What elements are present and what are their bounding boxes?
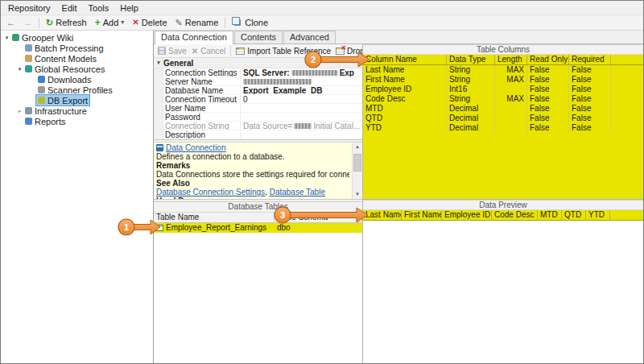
cell-required: False [569, 65, 611, 75]
tree-item[interactable]: Scanner Profiles [1, 85, 153, 95]
help-link-database-table[interactable]: Database Table [270, 188, 325, 196]
save-button[interactable]: Save [155, 45, 189, 57]
back-button[interactable]: ← [2, 16, 19, 30]
refresh-button[interactable]: ↻Refresh [42, 16, 91, 30]
tree-item-label: Grooper Wiki [22, 33, 73, 43]
scroll-thumb[interactable] [353, 154, 361, 172]
tree-item-icon [25, 44, 32, 52]
tree-item-content[interactable]: Reports [23, 116, 68, 126]
tree-item-label: Infrastructure [35, 106, 87, 116]
tree-item-content[interactable]: Scanner Profiles [36, 85, 114, 95]
table-columns-row[interactable]: Employee ID Int16 False False [363, 85, 643, 94]
help-panel: Data Connection Defines a connection to … [154, 142, 362, 200]
tree-item-content[interactable]: DB Export [36, 95, 89, 105]
tree-item[interactable]: Batch Processing [1, 43, 153, 53]
property-value[interactable] [241, 130, 362, 139]
menu-item[interactable]: Edit [56, 1, 83, 15]
table-columns-row[interactable]: YTD Decimal False False [363, 123, 643, 133]
column-header[interactable]: Length [495, 55, 527, 64]
column-header[interactable]: Code Desc [492, 210, 538, 220]
column-header[interactable]: First Name [402, 210, 442, 220]
callout-1: 1 [117, 217, 162, 238]
property-value[interactable]: 0 [241, 95, 362, 103]
property-value[interactable] [241, 77, 362, 85]
cancel-button[interactable]: ✕Cancel [189, 45, 229, 57]
column-header[interactable]: Read Only [527, 55, 569, 64]
help-link-database-connection-settings[interactable]: Database Connection Settings [156, 188, 265, 196]
tree-item[interactable]: DB Export [1, 95, 153, 105]
menu-item[interactable]: Tools [83, 1, 115, 15]
tab[interactable]: Advanced [283, 31, 336, 43]
back-icon: ← [6, 19, 15, 27]
cell-data-type: Decimal [447, 114, 495, 123]
tab[interactable]: Data Connection [155, 31, 233, 44]
tree-item[interactable]: Downloads [1, 74, 153, 85]
scroll-up-icon[interactable] [353, 143, 362, 151]
help-title-link[interactable]: Data Connection [166, 143, 226, 152]
menu-item[interactable]: Repository [2, 1, 56, 15]
cell-read-only: False [527, 85, 569, 94]
collapse-icon[interactable] [154, 60, 163, 66]
property-row[interactable]: Server Name [154, 77, 362, 86]
property-value[interactable] [241, 104, 362, 112]
toolbar-separator [39, 18, 39, 28]
tree-item-content[interactable]: Batch Processing [23, 43, 105, 53]
tree-item-content[interactable]: Global Resources [23, 64, 106, 74]
menu-item[interactable]: Help [114, 1, 144, 15]
tab[interactable]: Contents [234, 31, 283, 43]
property-row[interactable]: Connection Timeout 0 [154, 95, 362, 104]
column-header[interactable]: Column Name [363, 55, 447, 64]
tree-item-content[interactable]: Content Models [23, 53, 98, 64]
forward-button[interactable]: → [19, 16, 36, 30]
table-columns-row[interactable]: MTD Decimal False False [363, 104, 643, 114]
table-columns-row[interactable]: First Name String MAX False False [363, 75, 643, 85]
tree-item-content[interactable]: Grooper Wiki [10, 32, 75, 43]
tree-item-label: Downloads [47, 75, 91, 85]
table-columns-row[interactable]: Last Name String MAX False False [363, 65, 643, 75]
category-label: General [163, 59, 193, 68]
delete-button[interactable]: ✕Delete [128, 16, 171, 30]
tree-item-icon [38, 86, 45, 93]
rename-label: Rename [185, 18, 219, 27]
tree-item-label: Scanner Profiles [47, 85, 113, 95]
cell-length: MAX [495, 94, 527, 104]
column-header[interactable]: Data Type [447, 55, 495, 64]
tree-item[interactable]: Global Resources [1, 64, 153, 74]
redacted-text [291, 70, 338, 76]
scroll-down-icon[interactable] [353, 190, 362, 199]
help-scrollbar[interactable] [352, 143, 362, 199]
property-row[interactable]: Connection String Data Source=Initial Ca… [154, 122, 362, 130]
property-row[interactable]: Database Name Export_Example_DB [154, 86, 362, 95]
column-header[interactable]: Table Name [154, 213, 275, 222]
cell-read-only: False [527, 94, 569, 104]
rename-button[interactable]: ✎Rename [171, 16, 223, 30]
tree-item[interactable]: Content Models [1, 53, 153, 64]
column-header[interactable]: MTD [538, 210, 562, 220]
property-row[interactable]: User Name [154, 104, 362, 113]
property-value[interactable] [241, 113, 362, 121]
add-button[interactable]: +Add▾ [91, 16, 129, 30]
tree-item[interactable]: Infrastructure [1, 105, 153, 116]
tree-expander-icon[interactable] [3, 32, 10, 43]
cell-length [495, 104, 527, 114]
tree-item-content[interactable]: Downloads [36, 74, 93, 85]
grid-header-row: Column Name Data Type Length Read Only R… [363, 55, 643, 65]
clone-button[interactable]: Clone [228, 16, 272, 30]
column-header[interactable]: Required [569, 55, 611, 64]
tree-item[interactable]: Reports [1, 116, 153, 126]
property-row[interactable]: Password [154, 113, 362, 122]
column-header[interactable]: QTD [562, 210, 586, 220]
property-value[interactable]: Export_Example_DB [241, 86, 362, 94]
tree-item-label: Batch Processing [35, 43, 104, 53]
table-columns-row[interactable]: QTD Decimal False False [363, 114, 643, 123]
column-header[interactable]: YTD [586, 210, 610, 220]
tree-item-content[interactable]: Infrastructure [23, 105, 89, 116]
column-header[interactable]: Employee ID [442, 210, 492, 220]
redacted-text [294, 123, 312, 129]
table-columns-row[interactable]: Code Desc String MAX False False [363, 94, 643, 104]
tree-expander-icon[interactable] [16, 64, 23, 74]
tree-expander-icon[interactable] [16, 105, 23, 116]
tree-item[interactable]: Grooper Wiki [1, 32, 153, 43]
property-row[interactable]: Description [154, 130, 362, 139]
add-icon: + [95, 18, 101, 27]
